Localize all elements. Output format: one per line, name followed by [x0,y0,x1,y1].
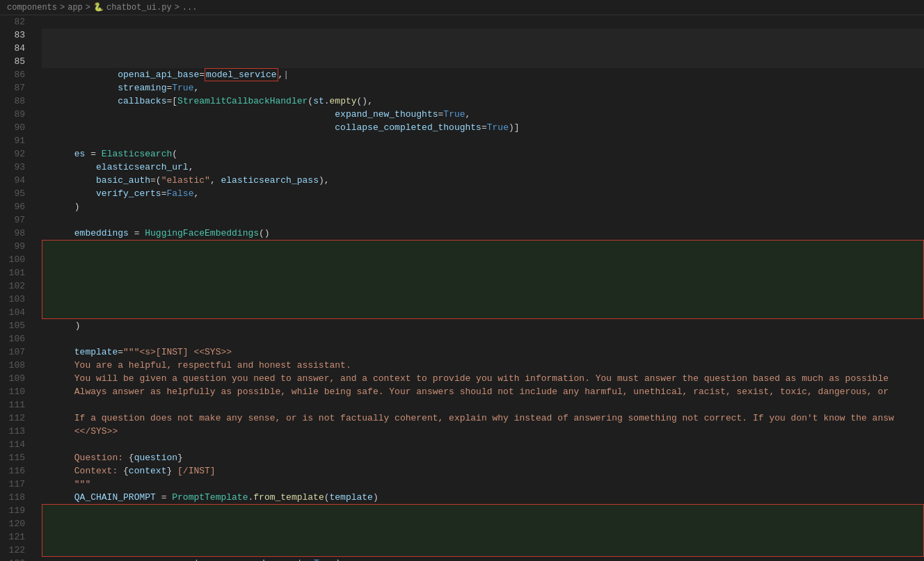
code-line-90 [42,121,924,134]
code-line-88: expand_new_thoughts=True, [42,95,924,108]
breadcrumb-file[interactable]: 🐍 chatbot_ui.py [93,2,172,13]
code-line-82: ########################################… [42,15,924,29]
code-line-119: chain = RetrievalQA.from_chain_type(llm, [42,504,924,517]
code-line-105 [42,319,924,332]
code-line-116: """ [42,464,924,478]
code-line-99: db = ElasticsearchStore.from_documents( [42,240,924,253]
code-line-98 [42,227,924,240]
code-line-107: You are a helpful, respectful and honest… [42,345,924,359]
code-line-103: es_connection=es, [42,293,924,306]
code-line-121: chain_type_kwargs={"prompt": QA_CHAIN_PR… [42,530,924,544]
code-line-93: basic_auth=("elastic", elasticsearch_pas… [42,161,924,174]
code-line-112: <</SYS>> [42,412,924,425]
code-line-96 [42,200,924,213]
code-line-97: embeddings = HuggingFaceEmbeddings() [42,213,924,227]
code-line-111: If a question does not make any sense, o… [42,398,924,412]
code-line-122: return_source_documents=True) [42,544,924,557]
code-line-86: streaming=True, [42,68,924,81]
file-icon: 🐍 [93,2,104,13]
code-line-100: [], [42,253,924,266]
breadcrumb-part-1[interactable]: components [7,3,57,13]
breadcrumb-sep-1: > [60,3,65,13]
code-line-118 [42,491,924,504]
code-line-102: index_name="rhoai-docs", [42,279,924,293]
code-line-109: Always answer as helpfully as possible, … [42,372,924,385]
line-numbers: 82 83 84 85 86 87 88 89 90 91 92 93 94 9… [0,15,42,561]
code-line-108: You will be given a question you need to… [42,359,924,372]
code-line-113 [42,425,924,438]
code-line-91: es = Elasticsearch( [42,134,924,147]
code-line-123: ########################################… [42,557,924,561]
code-line-120: retriever=db.as_retriever(search_type="s… [42,517,924,530]
code-line-117: QA_CHAIN_PROMPT = PromptTemplate.from_te… [42,478,924,491]
code-line-92: elasticsearch_url, [42,147,924,161]
breadcrumb-sep-2: > [86,3,90,13]
code-line-101: embeddings, [42,266,924,279]
code-line-106: template="""<s>[INST] <<SYS>> [42,332,924,345]
code-line-89: collapse_completed_thoughts=True)] [42,108,924,121]
code-line-83: llm = ChatOpenAI( [42,29,924,42]
code-line-87: callbacks=[StreamlitCallbackHandler(st.e… [42,81,924,95]
breadcrumb-part-2[interactable]: app [67,3,83,13]
breadcrumb-bar: components > app > 🐍 chatbot_ui.py > ... [0,0,924,15]
breadcrumb-sep-3: > [175,3,180,13]
code-line-114: Question: {question} [42,438,924,451]
code-line-110 [42,385,924,398]
code-line-85: openai_api_base=model_service,| [42,55,924,68]
code-line-115: Context: {context} [/INST] [42,451,924,464]
code-line-104: ) [42,306,924,319]
breadcrumb-dots: ... [182,3,198,13]
code-line-84: api_key="sk-no-key-required", [42,42,924,55]
code-content[interactable]: ########################################… [42,15,924,561]
code-line-94: verify_certs=False, [42,174,924,187]
code-line-95: ) [42,187,924,200]
editor-container: 82 83 84 85 86 87 88 89 90 91 92 93 94 9… [0,15,924,561]
